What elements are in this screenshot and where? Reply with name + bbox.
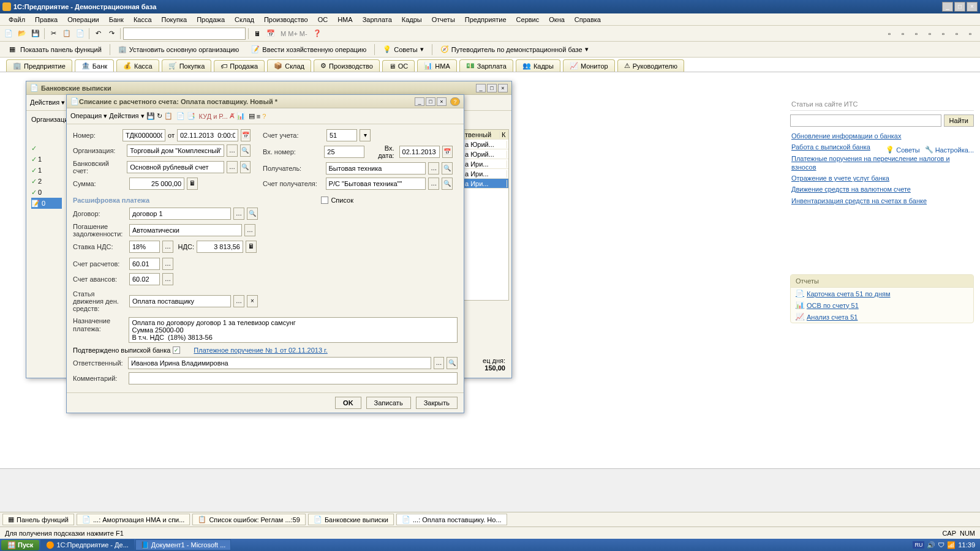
menu-windows[interactable]: Окна bbox=[544, 15, 570, 24]
toolbar-search-box[interactable] bbox=[123, 28, 246, 40]
menu-production[interactable]: Производство bbox=[259, 15, 313, 24]
tool-icon[interactable]: ▫ bbox=[937, 28, 949, 40]
menu-file[interactable]: Файл bbox=[4, 15, 30, 24]
vat-rate-input[interactable] bbox=[129, 241, 160, 253]
tb-payment[interactable]: 📄...: Оплата поставщику. Но... bbox=[396, 514, 507, 525]
modal-help-icon[interactable]: ? bbox=[450, 97, 460, 106]
tab-cash[interactable]: 💰Касса bbox=[116, 59, 159, 72]
tool-icon[interactable]: ▫ bbox=[964, 28, 976, 40]
modal-tool-icon[interactable]: 💾 bbox=[146, 112, 155, 120]
lookup-icon[interactable]: 🔍 bbox=[240, 161, 251, 173]
select-icon[interactable]: … bbox=[233, 295, 244, 307]
confirm-checkbox[interactable] bbox=[173, 347, 180, 354]
its-link[interactable]: Обновление информации о банках bbox=[791, 132, 973, 140]
menu-enterprise[interactable]: Предприятие bbox=[460, 15, 511, 24]
report-link[interactable]: 📊ОСВ по счету 51 bbox=[791, 299, 973, 311]
tab-enterprise[interactable]: 🏢Предприятие bbox=[6, 59, 72, 72]
close-button[interactable]: × bbox=[967, 2, 978, 12]
menu-bank[interactable]: Банк bbox=[104, 15, 129, 24]
select-icon[interactable]: … bbox=[428, 162, 439, 174]
tool-icon[interactable]: ▫ bbox=[897, 28, 909, 40]
report-link[interactable]: 📈Анализ счета 51 bbox=[791, 311, 973, 323]
advice-button[interactable]: 💡Советы ▾ bbox=[379, 43, 428, 56]
modal-max-button[interactable]: □ bbox=[426, 97, 435, 106]
select-icon[interactable]: … bbox=[162, 258, 173, 270]
tb-bank-statements[interactable]: 📄Банковские выписки bbox=[308, 514, 394, 525]
responsible-input[interactable] bbox=[128, 357, 431, 369]
its-link[interactable]: Платежные поручения на перечисление нало… bbox=[791, 154, 973, 172]
modal-min-button[interactable]: _ bbox=[415, 97, 424, 106]
modal-actions-menu[interactable]: Действия ▾ bbox=[109, 112, 144, 120]
modal-tool-icon[interactable]: ≡ bbox=[257, 113, 260, 120]
menu-salary[interactable]: Зарплата bbox=[358, 15, 397, 24]
show-panel-button[interactable]: ▦Показать панель функций bbox=[5, 43, 106, 56]
select-icon[interactable]: … bbox=[233, 208, 244, 220]
modal-close-button[interactable]: × bbox=[437, 97, 447, 106]
new-icon[interactable]: 📄 bbox=[2, 28, 15, 40]
tab-monitor[interactable]: 📈Монитор bbox=[563, 59, 615, 72]
tool-icon[interactable]: ▫ bbox=[883, 28, 895, 40]
menu-purchase[interactable]: Покупка bbox=[157, 15, 192, 24]
lookup-icon[interactable]: 🔍 bbox=[240, 144, 251, 157]
lookup-icon[interactable]: 🔍 bbox=[447, 357, 458, 369]
tray-icon[interactable]: 📶 bbox=[947, 541, 956, 549]
redo-icon[interactable]: ↷ bbox=[105, 28, 118, 40]
dropdown-icon[interactable]: ▾ bbox=[360, 129, 371, 141]
its-search-input[interactable] bbox=[790, 114, 941, 127]
undo-icon[interactable]: ↶ bbox=[92, 28, 104, 40]
modal-kudir-button[interactable]: КУД и Р... bbox=[199, 113, 228, 120]
number-input[interactable] bbox=[123, 129, 165, 141]
tab-purchase[interactable]: 🛒Покупка bbox=[162, 59, 212, 72]
tab-os[interactable]: 🖥ОС bbox=[382, 60, 415, 72]
tray-icon[interactable]: 🛡 bbox=[938, 541, 944, 549]
calendar-icon[interactable]: 📅 bbox=[241, 129, 251, 141]
org-input[interactable] bbox=[127, 144, 224, 157]
vxnum-input[interactable] bbox=[324, 146, 364, 158]
paste-icon[interactable]: 📄 bbox=[74, 28, 86, 40]
select-icon[interactable]: … bbox=[162, 273, 173, 285]
modal-operation-menu[interactable]: Операция ▾ bbox=[70, 112, 107, 120]
set-org-button[interactable]: 🏢Установить основную организацию bbox=[114, 43, 244, 56]
tab-manager[interactable]: ⚠Руководителю bbox=[617, 59, 684, 72]
tool-icon[interactable]: ▫ bbox=[910, 28, 922, 40]
help-icon[interactable]: ❓ bbox=[311, 28, 323, 40]
select-icon[interactable]: … bbox=[428, 178, 439, 190]
menu-cash[interactable]: Касса bbox=[129, 15, 157, 24]
bg-actions-menu[interactable]: Действия ▾ bbox=[30, 99, 65, 107]
taskbar-app-1c[interactable]: 🟠1С:Предприятие - Де... bbox=[40, 539, 134, 550]
tab-bank[interactable]: 🏦Банк bbox=[75, 59, 114, 72]
modal-tool-icon[interactable]: Ⱥ bbox=[230, 112, 235, 120]
clock[interactable]: 11:39 bbox=[958, 541, 975, 549]
bg-max-button[interactable]: □ bbox=[487, 84, 497, 92]
guide-button[interactable]: 🧭Путеводитель по демонстрационной базе ▾ bbox=[436, 43, 593, 56]
sum-input[interactable] bbox=[129, 178, 184, 190]
date-input[interactable] bbox=[177, 129, 238, 141]
close-button[interactable]: Закрыть bbox=[416, 397, 458, 409]
its-link[interactable]: Инвентаризация средств на счетах в банке bbox=[791, 197, 973, 205]
save-button[interactable]: Записать bbox=[366, 397, 411, 409]
menu-sale[interactable]: Продажа bbox=[192, 15, 230, 24]
recip-input[interactable] bbox=[326, 162, 426, 174]
list-checkbox[interactable] bbox=[321, 197, 328, 204]
bg-min-button[interactable]: _ bbox=[476, 84, 486, 92]
calc-icon[interactable]: 🖩 bbox=[187, 178, 198, 190]
menu-help[interactable]: Справка bbox=[570, 15, 606, 24]
its-find-button[interactable]: Найти bbox=[944, 114, 974, 127]
select-icon[interactable]: … bbox=[434, 357, 445, 369]
calendar-icon[interactable]: 📅 bbox=[442, 146, 453, 158]
menu-operations[interactable]: Операции bbox=[62, 15, 104, 24]
minimize-button[interactable]: _ bbox=[942, 2, 953, 12]
advanceacct-input[interactable] bbox=[129, 273, 160, 285]
modal-tool-icon[interactable]: ▤ bbox=[249, 112, 255, 120]
tool-icon[interactable]: ▫ bbox=[951, 28, 963, 40]
modal-tool-icon[interactable]: ↻ bbox=[157, 112, 162, 120]
calendar-icon[interactable]: 📅 bbox=[265, 28, 277, 40]
menu-hr[interactable]: Кадры bbox=[397, 15, 427, 24]
tb-amortization[interactable]: 📄...: Амортизация НМА и спи... bbox=[77, 514, 190, 525]
modal-help-icon[interactable]: ? bbox=[262, 113, 266, 120]
enter-op-button[interactable]: 📝Ввести хозяйственную операцию bbox=[247, 43, 371, 56]
select-icon[interactable]: … bbox=[162, 241, 173, 253]
lang-indicator[interactable]: RU bbox=[913, 541, 924, 549]
its-link[interactable]: Движение средств на валютном счете bbox=[791, 185, 973, 193]
bg-close-button[interactable]: × bbox=[498, 84, 508, 92]
